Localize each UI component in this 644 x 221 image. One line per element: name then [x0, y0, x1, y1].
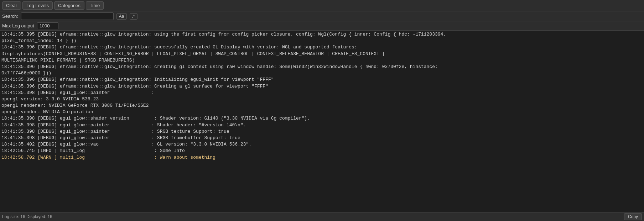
log-line: 18:41:35.398 [DEBUG] egui_glow::painter …: [1, 128, 643, 135]
log-line: 18:41:35.396 [DEBUG] eframe::native::glo…: [1, 44, 643, 64]
maxlog-row: Max Log output: [0, 21, 644, 31]
log-line: 18:42:56.745 [INFO ] multi_log : Some In…: [1, 148, 643, 154]
categories-button[interactable]: Categories: [54, 1, 84, 10]
log-line: 18:41:35.398 [DEBUG] egui_glow::painter …: [1, 122, 643, 128]
log-line: 18:42:58.702 [WARN ] multi_log : Warn ab…: [1, 154, 643, 161]
log-line: 18:41:35.396 [DEBUG] eframe::native::glo…: [1, 83, 643, 90]
log-line: 18:41:35.398 [DEBUG] egui_glow::painter …: [1, 90, 643, 116]
maxlog-input[interactable]: [37, 22, 58, 29]
copy-button[interactable]: Copy: [624, 213, 642, 220]
toolbar: Clear Log Levels Categories Time: [0, 0, 644, 11]
log-line: 18:41:35.396 [DEBUG] eframe::native::glo…: [1, 77, 643, 83]
maxlog-label: Max Log output: [2, 23, 34, 28]
search-row: Search: Aa .*: [0, 11, 644, 21]
log-line: 18:41:35.396 [DEBUG] eframe::native::glo…: [1, 64, 643, 77]
log-line: 18:41:35.398 [DEBUG] egui_glow::shader_v…: [1, 115, 643, 122]
log-line: 18:41:35.395 [DEBUG] eframe::native::glo…: [1, 31, 643, 44]
log-line: 18:41:35.402 [DEBUG] egui_glow::vao : GL…: [1, 141, 643, 148]
time-button[interactable]: Time: [86, 1, 104, 10]
regex-button[interactable]: .*: [130, 13, 137, 20]
clear-button[interactable]: Clear: [2, 1, 21, 10]
log-area[interactable]: 18:41:35.395 [DEBUG] eframe::native::glo…: [0, 31, 644, 212]
log-size-label: Log size: 16 Displayed: 16: [2, 214, 52, 219]
log-levels-button[interactable]: Log Levels: [22, 1, 53, 10]
case-sensitive-button[interactable]: Aa: [116, 13, 127, 20]
log-line: 18:41:35.398 [DEBUG] egui_glow::painter …: [1, 135, 643, 141]
search-label: Search:: [2, 14, 18, 19]
status-bar: Log size: 16 Displayed: 16 Copy: [0, 212, 644, 221]
search-input[interactable]: [21, 12, 114, 20]
